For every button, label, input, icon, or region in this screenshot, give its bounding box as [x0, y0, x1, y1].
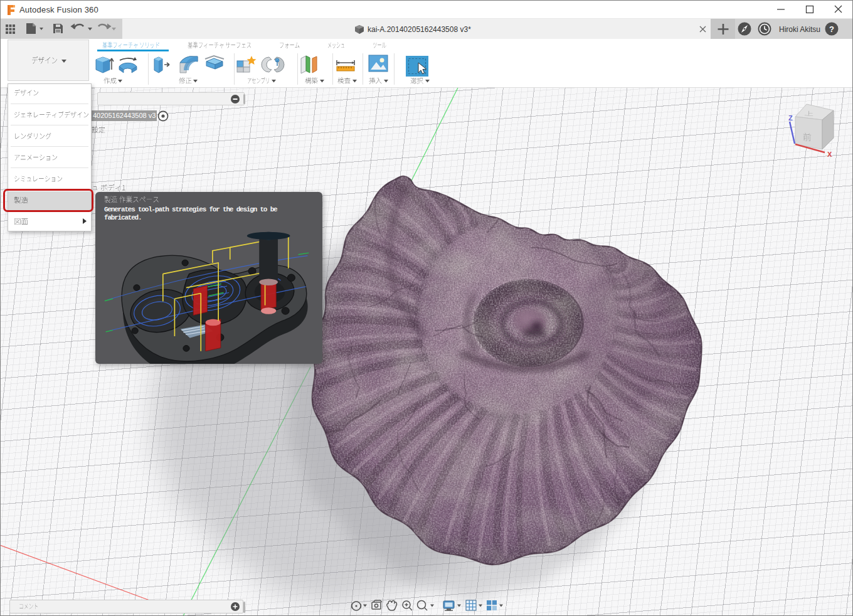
- svg-text:X: X: [827, 151, 832, 158]
- svg-text:Z: Z: [788, 114, 793, 122]
